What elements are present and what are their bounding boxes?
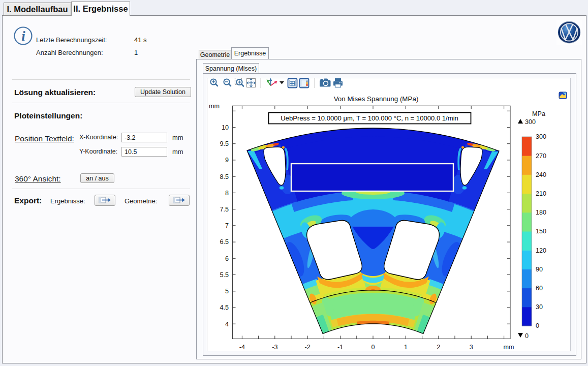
svg-text:300: 300 [536,133,546,140]
svg-text:10: 10 [222,124,229,131]
svg-text:2: 2 [437,344,440,351]
svg-text:120: 120 [536,247,546,254]
svg-text:9: 9 [225,157,229,164]
svg-text:7.5: 7.5 [220,206,229,213]
svg-text:UebPress = 10.0000 μm, T = 100: UebPress = 10.0000 μm, T = 100.000 °C, n… [281,114,458,122]
svg-text:mm: mm [209,103,220,110]
svg-text:i: i [21,28,25,44]
svg-text:0: 0 [525,332,529,340]
svg-text:4.5: 4.5 [220,304,229,311]
svg-text:90: 90 [536,266,543,273]
svg-text:6.5: 6.5 [220,238,229,246]
svg-text:Von Mises Spannung (MPa): Von Mises Spannung (MPa) [334,95,419,103]
svg-text:30: 30 [536,303,543,311]
svg-text:210: 210 [536,190,546,197]
svg-text:7: 7 [225,222,229,229]
svg-text:MPa: MPa [532,110,545,117]
svg-text:8: 8 [225,190,229,197]
svg-text:3: 3 [470,344,473,351]
svg-text:60: 60 [536,285,543,292]
svg-text:-1: -1 [337,344,343,351]
svg-text:mm: mm [504,344,514,351]
svg-text:9.5: 9.5 [220,140,229,147]
svg-text:1: 1 [404,344,408,351]
svg-text:150: 150 [536,228,546,235]
svg-text:5.5: 5.5 [220,271,229,279]
svg-text:5: 5 [225,288,229,295]
svg-text:0: 0 [371,344,375,351]
svg-text:-4: -4 [239,344,245,351]
svg-text:4: 4 [225,321,229,328]
svg-text:8.5: 8.5 [220,173,229,180]
svg-text:-2: -2 [305,344,311,351]
svg-text:0: 0 [536,322,539,329]
svg-text:6: 6 [225,255,229,262]
svg-text:300: 300 [525,118,536,126]
svg-text:-3: -3 [272,344,277,351]
svg-text:180: 180 [536,209,546,216]
svg-text:240: 240 [536,171,546,178]
svg-text:270: 270 [536,152,546,160]
